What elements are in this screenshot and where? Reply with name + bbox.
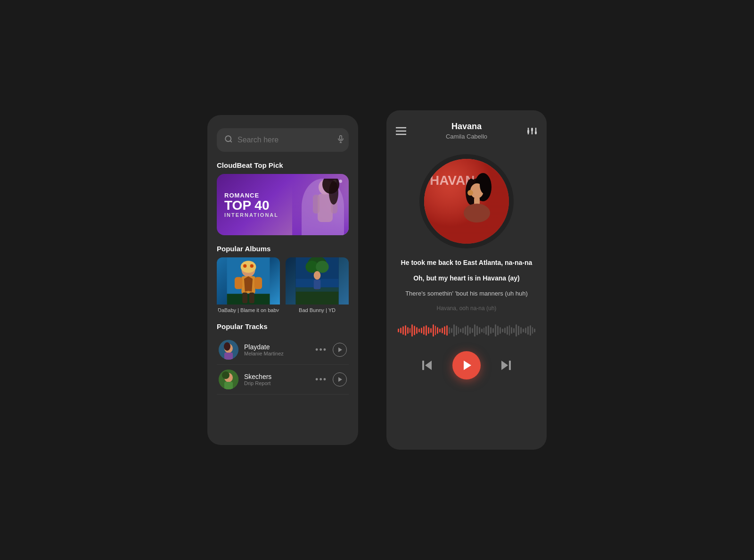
svg-rect-45 [527,130,529,133]
wave-bar [453,324,455,337]
album-card-dababy[interactable]: DaBaby | Blame it on baby [217,257,280,313]
equalizer-button[interactable] [527,126,537,136]
album-art-container: HAVANA [419,154,514,248]
wave-bar [400,328,402,333]
banner-line3: INTERNATIONAL [224,212,279,218]
wave-bar [423,326,425,335]
mic-icon [336,135,345,145]
wave-bar [428,327,429,334]
wave-bar [430,328,432,333]
album-thumb-badbunny [286,257,349,305]
wave-bar [511,327,512,334]
player-controls [396,351,537,379]
banner-figure [292,174,349,235]
wave-bar [516,324,517,337]
wave-bar [414,326,415,335]
play-button[interactable] [452,351,481,379]
track-options-skechers[interactable]: ••• [315,375,327,385]
top-pick-section: CloudBeat Top Pick ROMANCE TOP 40 INTERN… [217,161,349,235]
wave-bar [504,328,506,333]
album-label-dababy: DaBaby | Blame it on baby [217,307,280,313]
svg-point-0 [225,136,231,141]
wave-bar [402,326,404,335]
wave-bar [520,327,522,334]
svg-rect-49 [535,132,537,134]
svg-rect-7 [313,195,320,214]
track-info-playdate: Playdate Melanie Martinez [244,343,310,356]
wave-bar [527,326,529,335]
album-art-outer: HAVANA [419,154,514,248]
wave-bar [444,326,445,335]
track-name-skechers: Skechers [244,373,310,380]
svg-point-14 [241,261,256,272]
right-panel: Havana Camila Cabello [386,110,547,450]
svg-marker-63 [501,361,508,370]
track-item-skechers: Skechers Drip Report ••• [217,365,349,395]
top-pick-banner[interactable]: ROMANCE TOP 40 INTERNATIONAL [217,174,349,235]
wave-bar [421,328,422,333]
lyric-line-3: There's somethin' 'bout his manners (uh … [401,289,533,298]
wave-bar [446,325,448,336]
popular-tracks-section: Popular Tracks Playdate Melanie Martinez… [217,322,349,395]
album-card-badbunny[interactable]: Bad Bunny | YD [286,257,349,313]
wave-bar [449,327,450,334]
search-bar[interactable] [217,128,349,152]
svg-point-35 [224,342,230,351]
wave-bar [513,328,515,333]
play-icon [464,361,471,370]
popular-albums-section: Popular Albums [217,245,349,313]
wave-bar [458,327,459,334]
wave-bar [509,325,510,336]
lyrics-block: He took me back to East Atlanta, na-na-n… [396,258,537,313]
popular-tracks-title: Popular Tracks [217,322,349,330]
wave-bar [488,325,489,336]
album-label-badbunny: Bad Bunny | YD [286,307,349,313]
svg-rect-21 [242,293,247,304]
wave-bar [492,328,494,333]
track-item-playdate: Playdate Melanie Martinez ••• [217,335,349,365]
albums-row: DaBaby | Blame it on baby [217,257,349,313]
track-play-button-skechers[interactable] [333,372,347,387]
wave-bar [398,329,399,332]
svg-rect-64 [509,361,511,370]
wave-bar [416,327,418,334]
svg-point-16 [250,264,254,268]
wave-bar [497,326,499,335]
banner-line2: TOP 40 [224,199,279,212]
wave-bar [460,329,461,332]
wave-bar [442,328,443,333]
prev-button[interactable] [420,359,434,372]
play-triangle-icon [338,347,342,352]
wave-bar [410,328,411,333]
wave-bar [479,327,480,334]
track-play-button-playdate[interactable] [333,343,347,357]
wave-bar [469,327,471,334]
svg-line-1 [230,140,231,142]
popular-albums-title: Popular Albums [217,245,349,253]
album-thumb-dababy [217,257,280,305]
wave-bar [530,325,531,336]
player-song-title: Havana [446,122,487,132]
wave-bar [534,329,535,332]
svg-rect-47 [531,128,533,131]
wave-bar [518,326,519,335]
track-options-playdate[interactable]: ••• [315,345,327,355]
wave-bar [484,328,485,333]
search-input[interactable] [238,136,332,144]
svg-rect-36 [224,353,233,360]
next-button[interactable] [500,359,513,372]
wave-bar [490,327,492,334]
svg-rect-22 [249,293,254,304]
svg-point-39 [222,371,229,379]
wave-bar [523,329,524,332]
svg-rect-32 [314,280,321,289]
wave-bar [426,325,427,336]
wave-bar [411,324,413,337]
track-artist-skechers: Drip Report [244,380,310,386]
svg-point-31 [314,271,321,280]
waveform[interactable] [396,321,537,340]
svg-rect-20 [254,277,262,289]
player-artist: Camila Cabello [446,133,487,140]
wave-bar [451,328,452,333]
menu-button[interactable] [396,127,406,135]
